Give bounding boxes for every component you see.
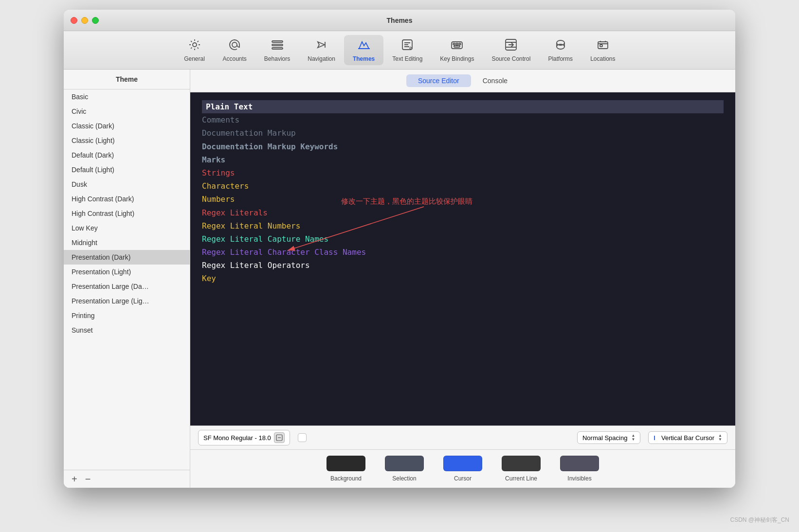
code-line-regex-operators: Regex Literal Operators (202, 259, 724, 272)
sidebar-footer: + − (64, 470, 190, 488)
swatch-cursor[interactable]: Cursor (443, 456, 482, 482)
locations-icon (596, 38, 610, 53)
code-line-regex-literal-capture-names: Regex Literal Capture Names (202, 232, 724, 246)
theme-item-basic[interactable]: Basic (64, 89, 190, 104)
tab-source-editor[interactable]: Source Editor (406, 74, 471, 87)
swatch-selection[interactable]: Selection (385, 456, 424, 482)
maximize-button[interactable] (92, 17, 99, 24)
text-editing-icon (400, 38, 414, 53)
toolbar: General Accounts Behaviors (64, 31, 735, 70)
sidebar-list: Basic Civic Classic (Dark) Classic (Ligh… (64, 89, 190, 470)
remove-theme-button[interactable]: − (83, 474, 93, 484)
toolbar-item-accounts[interactable]: Accounts (214, 35, 255, 65)
toolbar-item-source-control[interactable]: Source Control (483, 35, 539, 65)
tab-bar: Source Editor Console (190, 70, 735, 92)
add-theme-button[interactable]: + (70, 474, 79, 484)
theme-item-presentation-light[interactable]: Presentation (Light) (64, 265, 190, 279)
code-line-plain-text: Plain Text (202, 100, 724, 113)
theme-item-civic[interactable]: Civic (64, 104, 190, 119)
theme-item-classic-dark[interactable]: Classic (Dark) (64, 119, 190, 133)
code-line-marks: Marks (202, 153, 724, 166)
code-line-strings: Strings (202, 166, 724, 179)
toolbar-label-navigation: Navigation (308, 55, 335, 62)
swatch-current-line[interactable]: Current Line (502, 456, 541, 482)
svg-rect-4 (272, 48, 283, 49)
theme-item-dusk[interactable]: Dusk (64, 177, 190, 192)
source-control-icon (504, 38, 518, 53)
cursor-type-selector[interactable]: I Vertical Bar Cursor ▲ ▼ (648, 431, 727, 444)
spacing-label: Normal Spacing (582, 434, 628, 442)
code-line-doc-markup-keywords: Documentation Markup Keywords (202, 140, 724, 153)
theme-item-default-light[interactable]: Default (Light) (64, 162, 190, 177)
code-line-numbers: Numbers (202, 193, 724, 206)
svg-rect-3 (272, 44, 283, 46)
toolbar-item-text-editing[interactable]: Text Editing (383, 35, 431, 65)
code-line-doc-markup: Documentation Markup (202, 126, 724, 140)
selection-color-box[interactable] (385, 456, 424, 471)
close-button[interactable] (71, 17, 77, 24)
toolbar-label-platforms: Platforms (548, 55, 573, 62)
toolbar-label-key-bindings: Key Bindings (440, 55, 474, 62)
theme-item-presentation-large-light[interactable]: Presentation Large (Lig… (64, 294, 190, 308)
right-panel: Source Editor Console Plain Text Comment… (190, 70, 735, 488)
svg-rect-7 (453, 43, 455, 45)
toolbar-item-navigation[interactable]: Navigation (299, 35, 344, 65)
window-title: Themes (387, 17, 413, 24)
minimize-button[interactable] (81, 17, 88, 24)
swatch-invisibles[interactable]: Invisibles (560, 456, 599, 482)
code-line-regex-literals: Regex Literals (202, 206, 724, 219)
svg-rect-16 (598, 42, 608, 49)
svg-rect-10 (454, 46, 460, 47)
tab-console[interactable]: Console (471, 74, 519, 87)
toolbar-item-behaviors[interactable]: Behaviors (255, 35, 299, 65)
theme-item-printing[interactable]: Printing (64, 308, 190, 323)
theme-item-presentation-large-dark[interactable]: Presentation Large (Da… (64, 279, 190, 294)
watermark: CSDN @神秘剑客_CN (730, 516, 789, 524)
title-bar: Themes (64, 10, 735, 31)
invisibles-color-box[interactable] (560, 456, 599, 471)
sidebar-header: Theme (64, 70, 190, 89)
toolbar-label-text-editing: Text Editing (392, 55, 422, 62)
sidebar: Theme Basic Civic Classic (Dark) Classic… (64, 70, 190, 488)
color-swatches: Background Selection Cursor Current Line… (190, 449, 735, 488)
theme-item-classic-light[interactable]: Classic (Light) (64, 133, 190, 148)
cursor-indicator: I (654, 434, 655, 442)
code-line-characters: Characters (202, 179, 724, 193)
spacing-selector[interactable]: Normal Spacing ▲ ▼ (577, 431, 640, 444)
theme-item-high-contrast-light[interactable]: High Contrast (Light) (64, 206, 190, 221)
toolbar-item-locations[interactable]: Locations (581, 35, 624, 65)
font-selector-button[interactable] (274, 432, 285, 443)
font-selector[interactable]: SF Mono Regular - 18.0 (198, 430, 290, 445)
main-window: Themes General Accounts (64, 10, 735, 488)
cursor-type-label: Vertical Bar Cursor (661, 434, 714, 442)
cursor-checkbox[interactable] (298, 433, 307, 442)
selection-label: Selection (392, 475, 416, 482)
background-color-box[interactable] (327, 456, 365, 471)
theme-item-midnight[interactable]: Midnight (64, 235, 190, 250)
toolbar-item-general[interactable]: General (175, 35, 214, 65)
cursor-color-box[interactable] (443, 456, 482, 471)
gear-icon (188, 38, 201, 53)
toolbar-item-themes[interactable]: Themes (344, 35, 383, 65)
toolbar-label-source-control: Source Control (491, 55, 530, 62)
toolbar-label-accounts: Accounts (223, 55, 247, 62)
svg-point-1 (232, 42, 237, 47)
theme-item-sunset[interactable]: Sunset (64, 323, 190, 337)
current-line-color-box[interactable] (502, 456, 541, 471)
theme-item-high-contrast-dark[interactable]: High Contrast (Dark) (64, 192, 190, 206)
code-preview: Plain Text Comments Documentation Markup… (190, 92, 735, 426)
toolbar-item-platforms[interactable]: Platforms (539, 35, 581, 65)
theme-item-default-dark[interactable]: Default (Dark) (64, 148, 190, 162)
cursor-label: Cursor (454, 475, 472, 482)
svg-rect-9 (459, 43, 461, 45)
svg-rect-17 (600, 45, 602, 47)
theme-item-presentation-dark[interactable]: Presentation (Dark) (64, 250, 190, 265)
main-content: Theme Basic Civic Classic (Dark) Classic… (64, 70, 735, 488)
theme-item-low-key[interactable]: Low Key (64, 221, 190, 235)
spacing-arrows: ▲ ▼ (631, 434, 635, 442)
toolbar-item-key-bindings[interactable]: Key Bindings (431, 35, 483, 65)
background-label: Background (330, 475, 362, 482)
swatch-background[interactable]: Background (327, 456, 365, 482)
svg-point-0 (193, 43, 197, 47)
toolbar-label-locations: Locations (590, 55, 615, 62)
